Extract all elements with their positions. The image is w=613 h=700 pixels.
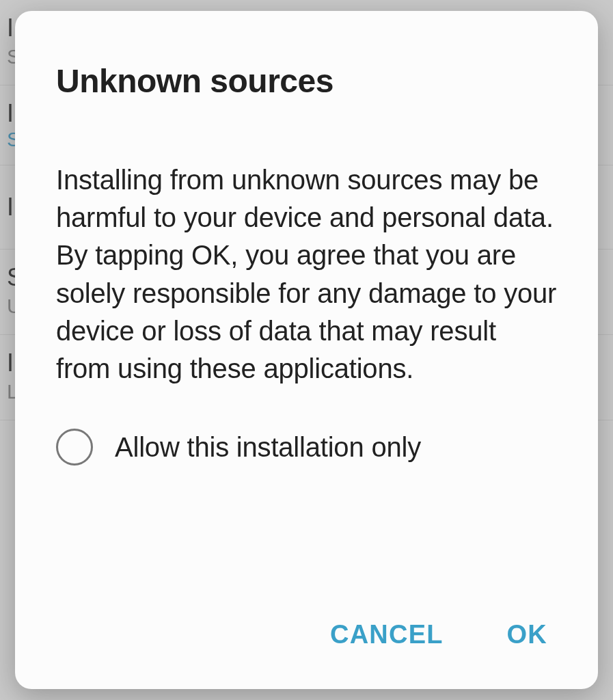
checkbox-label: Allow this installation only	[115, 432, 421, 463]
ok-button[interactable]: OK	[504, 615, 550, 655]
allow-this-installation-checkbox[interactable]: Allow this installation only	[56, 429, 557, 466]
unknown-sources-dialog: Unknown sources Installing from unknown …	[15, 11, 598, 689]
cancel-button[interactable]: CANCEL	[327, 615, 446, 655]
dialog-actions: CANCEL OK	[56, 574, 557, 655]
dialog-title: Unknown sources	[56, 62, 557, 100]
dialog-body-text: Installing from unknown sources may be h…	[56, 161, 557, 388]
radio-unchecked-icon	[56, 429, 93, 466]
